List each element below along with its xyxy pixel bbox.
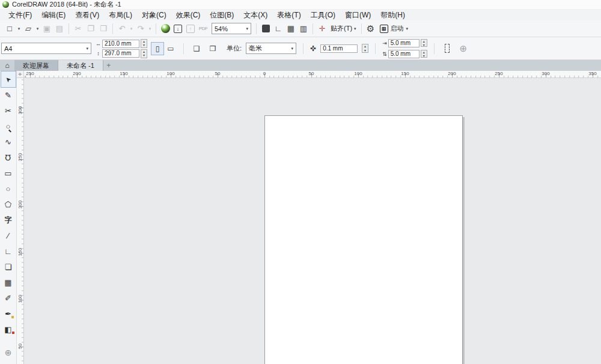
launch-button[interactable]: ⊞ 启动 ▾ bbox=[377, 24, 411, 33]
redo-button[interactable]: ↷ bbox=[135, 22, 147, 35]
open-folder-icon: ▱ bbox=[25, 24, 31, 33]
ellipse-tool-icon: ○ bbox=[6, 185, 11, 193]
fullscreen-preview-button[interactable] bbox=[260, 22, 272, 35]
menu-tools[interactable]: 工具(O) bbox=[306, 10, 340, 21]
page-height-stepper[interactable]: ▴▾ bbox=[141, 49, 147, 58]
tool-outline-pen[interactable]: ✒ bbox=[1, 306, 16, 321]
new-document-button[interactable]: □ bbox=[4, 22, 16, 35]
toolbar-separator bbox=[112, 23, 113, 34]
tool-drop-shadow[interactable]: ❏ bbox=[1, 259, 16, 275]
tab-untitled-document[interactable]: 未命名 -1 bbox=[58, 60, 103, 71]
tool-connector[interactable]: ∟ bbox=[1, 243, 16, 259]
tool-more-tools[interactable]: ⊕ bbox=[1, 345, 16, 360]
zoom-level-combobox[interactable]: 54% ▾ bbox=[212, 23, 251, 34]
menu-text[interactable]: 文本(X) bbox=[239, 10, 272, 21]
save-button[interactable]: ▣ bbox=[41, 22, 53, 35]
units-combobox[interactable]: 毫米 ▾ bbox=[246, 43, 296, 54]
stepper-down-icon[interactable]: ▾ bbox=[141, 53, 147, 58]
nudge-stepper[interactable]: ▴▾ bbox=[362, 44, 368, 53]
document-page bbox=[264, 115, 463, 364]
print-button[interactable]: ▤ bbox=[53, 22, 66, 35]
redo-dropdown[interactable]: ▾ bbox=[147, 22, 153, 35]
polygon-tool-icon: ⬠ bbox=[5, 201, 11, 208]
stepper-down-icon[interactable]: ▾ bbox=[141, 43, 147, 47]
open-button[interactable]: ▱ bbox=[22, 22, 34, 35]
tool-ellipse[interactable]: ○ bbox=[1, 181, 16, 196]
snap-toggle-button[interactable]: ✛ bbox=[316, 22, 328, 35]
stepper-down-icon[interactable]: ▾ bbox=[421, 54, 427, 58]
menu-file[interactable]: 文件(F) bbox=[4, 10, 37, 21]
tool-freehand[interactable]: ∿ bbox=[1, 134, 16, 150]
nudge-distance-field[interactable]: 0.1 mm bbox=[320, 44, 358, 53]
chevron-down-icon: ▾ bbox=[291, 46, 294, 51]
duplicate-x-stepper[interactable]: ▴▾ bbox=[421, 39, 427, 47]
tool-eyedropper[interactable]: ✐ bbox=[1, 290, 16, 306]
tool-b-spline[interactable]: ℧ bbox=[1, 150, 16, 165]
new-tab-button[interactable]: + bbox=[103, 60, 114, 71]
show-guidelines-button[interactable]: ▥ bbox=[297, 22, 310, 35]
home-button[interactable]: ⌂ bbox=[0, 60, 14, 71]
undo-dropdown[interactable]: ▾ bbox=[129, 22, 134, 35]
paste-button[interactable]: ❒ bbox=[97, 22, 109, 35]
undo-button[interactable]: ↶ bbox=[116, 22, 128, 35]
stepper-down-icon[interactable]: ▾ bbox=[362, 49, 368, 53]
plus-circle-icon: ⊕ bbox=[459, 43, 467, 54]
menu-table[interactable]: 表格(T) bbox=[272, 10, 305, 21]
show-grid-button[interactable]: ▦ bbox=[285, 22, 297, 35]
duplicate-y-field[interactable]: 5.0 mm bbox=[388, 50, 419, 58]
tool-text[interactable]: 字 bbox=[1, 212, 16, 228]
tab-welcome-screen[interactable]: 欢迎屏幕 bbox=[14, 60, 58, 71]
export-icon: ↑ bbox=[186, 25, 195, 33]
duplicate-y-stepper[interactable]: ▴▾ bbox=[421, 50, 427, 58]
show-rulers-button[interactable]: ∟ bbox=[272, 22, 284, 35]
welcome-screen-button[interactable] bbox=[159, 22, 171, 35]
tool-interactive-fill[interactable]: ◧ bbox=[1, 321, 16, 337]
menu-object[interactable]: 对象(C) bbox=[137, 10, 171, 21]
toolbar-separator bbox=[156, 23, 156, 34]
menu-help[interactable]: 帮助(H) bbox=[376, 10, 410, 21]
export-button[interactable]: ↑ bbox=[185, 22, 197, 35]
page-width-field[interactable]: 210.0 mm bbox=[102, 40, 139, 48]
snap-dropdown[interactable]: 贴齐(T) ▾ bbox=[329, 24, 358, 33]
current-page-button[interactable]: ❒ bbox=[207, 43, 219, 55]
portrait-button[interactable]: ▯ bbox=[151, 43, 163, 55]
page-size-combobox[interactable]: A4 ▾ bbox=[1, 43, 91, 54]
menu-bitmaps[interactable]: 位图(B) bbox=[205, 10, 239, 21]
cut-button[interactable]: ✂ bbox=[72, 22, 84, 35]
tool-polygon[interactable]: ⬠ bbox=[1, 196, 16, 212]
tab-welcome-label: 欢迎屏幕 bbox=[23, 61, 49, 70]
menu-view[interactable]: 查看(V) bbox=[70, 10, 104, 21]
drawing-canvas[interactable] bbox=[24, 78, 601, 364]
tool-transparency[interactable]: ▦ bbox=[1, 275, 16, 290]
menu-window[interactable]: 窗口(W) bbox=[340, 10, 376, 21]
treat-as-filled-button[interactable] bbox=[441, 43, 453, 55]
horizontal-ruler[interactable]: 250 200 150 100 50 0 50 100 150 200 250 … bbox=[24, 71, 601, 78]
tool-zoom[interactable]: ○ bbox=[1, 118, 16, 134]
tool-crop[interactable]: ✂ bbox=[1, 103, 16, 118]
options-button[interactable]: ⚙ bbox=[365, 22, 377, 35]
publish-pdf-button[interactable]: PDF bbox=[197, 22, 209, 35]
page-width-stepper[interactable]: ▴▾ bbox=[141, 39, 147, 48]
open-dropdown[interactable]: ▾ bbox=[35, 22, 40, 35]
page-height-field[interactable]: 297.0 mm bbox=[102, 49, 139, 58]
ruler-label: 100 bbox=[162, 71, 180, 76]
menu-layout[interactable]: 布局(L) bbox=[104, 10, 137, 21]
all-pages-button[interactable]: ❑ bbox=[191, 43, 203, 55]
tool-shape[interactable]: ✎ bbox=[1, 87, 16, 103]
new-document-dropdown[interactable]: ▾ bbox=[16, 22, 22, 35]
tool-dimension[interactable]: ∕ bbox=[1, 228, 16, 243]
tool-pick[interactable]: ➤ bbox=[1, 71, 16, 87]
menu-edit[interactable]: 编辑(E) bbox=[37, 10, 70, 21]
ruler-label: 0 bbox=[255, 71, 273, 76]
chevron-down-icon: ▾ bbox=[130, 26, 133, 31]
copy-button[interactable]: ❐ bbox=[85, 22, 97, 35]
menu-effects[interactable]: 效果(C) bbox=[171, 10, 206, 21]
print-icon: ▤ bbox=[56, 24, 63, 33]
add-control-button[interactable]: ⊕ bbox=[457, 43, 469, 55]
duplicate-x-field[interactable]: 5.0 mm bbox=[388, 39, 419, 47]
stepper-down-icon[interactable]: ▾ bbox=[421, 43, 427, 47]
landscape-button[interactable]: ▭ bbox=[165, 43, 177, 55]
vertical-ruler[interactable]: 300 250 200 150 100 50 bbox=[17, 78, 24, 364]
tool-rectangle[interactable]: ▭ bbox=[1, 165, 16, 181]
import-button[interactable]: ↓ bbox=[172, 22, 184, 35]
